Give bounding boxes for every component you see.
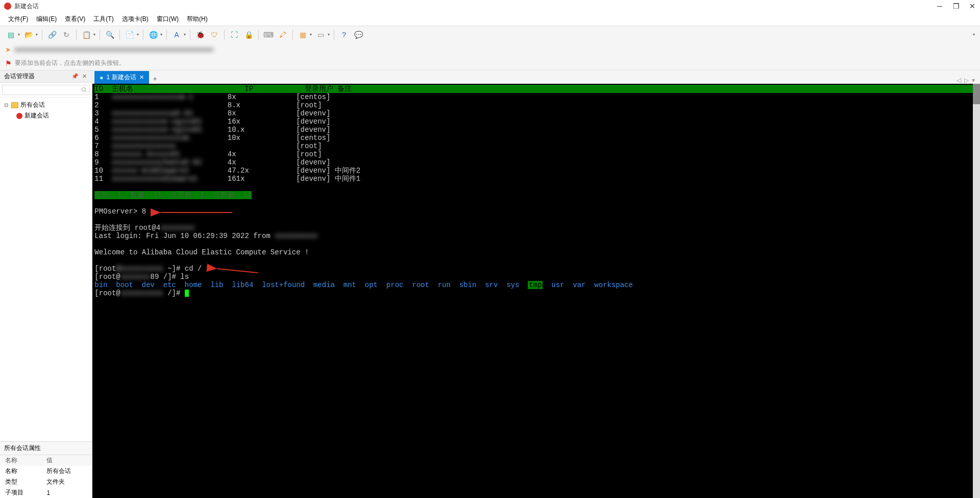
toolbar-overflow[interactable]: ▾	[973, 32, 975, 37]
new-icon[interactable]: ▤	[5, 29, 16, 40]
addressbar-path: xxxxxxxxxxxxxxxxxxxxxxxxxxxxxxxxxxxxxxxx…	[14, 46, 213, 53]
collapse-icon[interactable]: ⊟	[4, 102, 9, 108]
app-icon	[4, 3, 11, 10]
props-row: 名称所有会话	[0, 466, 92, 477]
keyboard-icon[interactable]: ⌨	[263, 29, 274, 40]
tabbar: ● 1 新建会话 ✕ + ◁ ▷ ▾	[92, 70, 980, 84]
maximize-button[interactable]: ❐	[952, 3, 960, 10]
menu-window[interactable]: 窗口(W)	[154, 14, 182, 25]
fullscreen-icon[interactable]: ⛶	[229, 29, 240, 40]
copy-icon[interactable]: 📋	[81, 29, 92, 40]
shield-icon[interactable]: 🛡	[209, 29, 220, 40]
bug-icon[interactable]: 🐞	[194, 29, 206, 40]
properties-panel: 所有会话属性 名称值 名称所有会话 类型文件夹 子项目1	[0, 441, 92, 498]
terminal[interactable]: ID 主机名 IP 登录用户 备注	[92, 84, 980, 498]
addressbar-arrow-icon[interactable]: ➤	[5, 45, 11, 54]
menu-tabs[interactable]: 选项卡(B)	[119, 14, 152, 25]
session-icon	[16, 113, 22, 119]
titlebar: 新建会话 ─ ❐ ✕	[0, 0, 980, 12]
tab-new-session[interactable]: ● 1 新建会话 ✕	[94, 71, 149, 84]
search-tool-icon[interactable]: 🔍	[104, 29, 115, 40]
tab-label: 1 新建会话	[107, 73, 136, 82]
tab-menu-icon[interactable]: ▾	[972, 77, 975, 84]
open-icon[interactable]: 📂	[23, 29, 34, 40]
session-search-input[interactable]	[2, 85, 90, 95]
pin-icon[interactable]: 📌	[71, 73, 79, 80]
scroll-thumb[interactable]	[973, 84, 980, 104]
paste-icon[interactable]: 📄	[124, 29, 135, 40]
toolbar: ▤▾ 📂▾ 🔗 ↻ 📋▾ 🔍 📄▾ 🌐▾ A▾ 🐞 🛡 ⛶ 🔒 ⌨ 🖍 ▦▾ ▭…	[0, 26, 980, 43]
session-manager-header: 会话管理器 📌 ✕	[0, 70, 92, 83]
props-col-value: 值	[41, 455, 92, 466]
tree-child-label: 新建会话	[24, 111, 49, 120]
flag-icon[interactable]: ⚑	[5, 59, 12, 67]
folder-icon	[11, 102, 18, 108]
menu-view[interactable]: 查看(V)	[62, 14, 88, 25]
menu-help[interactable]: 帮助(H)	[184, 14, 211, 25]
tree-root-label: 所有会话	[20, 101, 45, 109]
terminal-scrollbar[interactable]	[973, 84, 980, 498]
close-button[interactable]: ✕	[969, 3, 976, 10]
window-controls: ─ ❐ ✕	[936, 3, 976, 10]
window-title: 新建会话	[14, 2, 936, 11]
svg-line-2	[217, 269, 258, 273]
session-manager-title: 会话管理器	[4, 72, 71, 81]
sidebar: 会话管理器 📌 ✕ ⊟ 所有会话 新建会话 所有会话属性 名称值	[0, 70, 92, 498]
props-row: 子项目1	[0, 487, 92, 498]
window-icon[interactable]: ▭	[315, 29, 326, 40]
highlight-icon[interactable]: 🖍	[277, 29, 288, 40]
lock-icon[interactable]: 🔒	[243, 29, 254, 40]
hintbar: ⚑ 要添加当前会话，点击左侧的箭头按钮。	[0, 56, 980, 70]
session-tree: ⊟ 所有会话 新建会话	[0, 98, 92, 441]
tab-next-icon[interactable]: ▷	[964, 77, 969, 84]
menu-tools[interactable]: 工具(T)	[90, 14, 116, 25]
chat-icon[interactable]: 💬	[353, 29, 364, 40]
menu-edit[interactable]: 编辑(E)	[33, 14, 60, 25]
minimize-button[interactable]: ─	[936, 3, 943, 10]
menubar: 文件(F) 编辑(E) 查看(V) 工具(T) 选项卡(B) 窗口(W) 帮助(…	[0, 12, 980, 26]
tree-item-new-session[interactable]: 新建会话	[2, 110, 90, 121]
content-area: ● 1 新建会话 ✕ + ◁ ▷ ▾ ID 主机名 IP 登录用户 备注	[92, 70, 980, 498]
props-row: 类型文件夹	[0, 477, 92, 487]
tab-prev-icon[interactable]: ◁	[957, 77, 961, 84]
globe-icon[interactable]: 🌐	[148, 29, 159, 40]
grid-icon[interactable]: ▦	[297, 29, 308, 40]
tab-add-button[interactable]: +	[149, 74, 161, 84]
hint-text: 要添加当前会话，点击左侧的箭头按钮。	[15, 59, 125, 67]
addressbar: ➤ xxxxxxxxxxxxxxxxxxxxxxxxxxxxxxxxxxxxxx…	[0, 43, 980, 56]
panel-close-icon[interactable]: ✕	[81, 73, 88, 80]
tree-root-all-sessions[interactable]: ⊟ 所有会话	[2, 100, 90, 110]
props-col-name: 名称	[0, 455, 41, 466]
reconnect-icon[interactable]: ↻	[61, 29, 72, 40]
menu-file[interactable]: 文件(F)	[5, 14, 31, 25]
help-icon[interactable]: ?	[338, 29, 350, 40]
link-icon[interactable]: 🔗	[46, 29, 58, 40]
properties-title: 所有会话属性	[0, 442, 92, 455]
font-icon[interactable]: A	[171, 29, 182, 40]
tab-close-icon[interactable]: ✕	[139, 74, 144, 81]
